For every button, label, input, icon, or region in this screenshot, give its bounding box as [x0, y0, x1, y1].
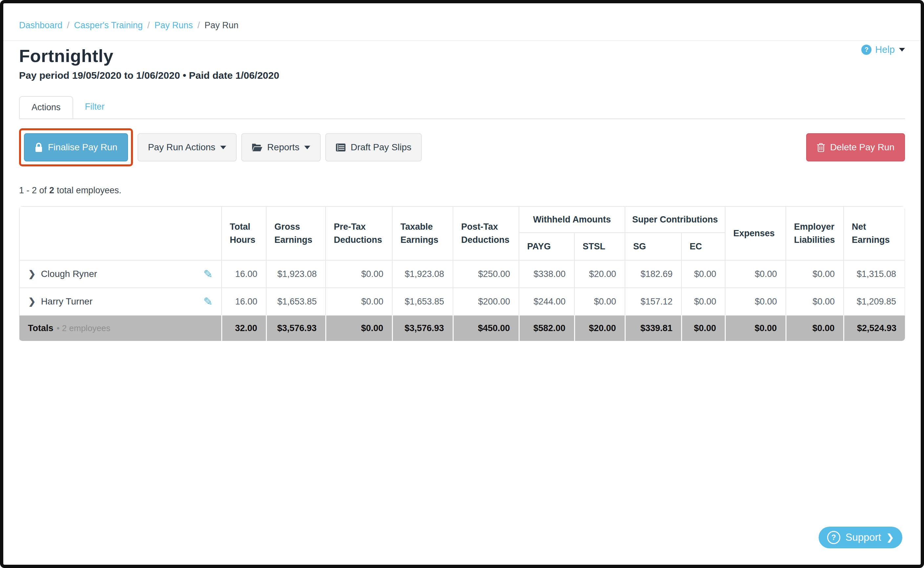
- total-post-tax-deductions: $450.00: [453, 315, 519, 341]
- column-header-sg: SG: [625, 233, 681, 260]
- cell-gross-earnings: $1,923.08: [266, 260, 326, 288]
- finalise-pay-run-label: Finalise Pay Run: [48, 142, 118, 153]
- edit-pencil-icon[interactable]: ✎: [204, 267, 213, 281]
- cell-taxable-earnings: $1,923.08: [392, 260, 453, 288]
- reports-label: Reports: [267, 142, 299, 153]
- reports-button[interactable]: Reports: [241, 133, 321, 162]
- total-stsl: $20.00: [575, 315, 625, 341]
- help-menu[interactable]: ? Help: [861, 44, 905, 55]
- totals-employee-count: • 2 employees: [57, 323, 110, 333]
- finalise-pay-run-button[interactable]: Finalise Pay Run: [24, 133, 128, 162]
- help-label: Help: [875, 44, 895, 55]
- tab-actions[interactable]: Actions: [19, 96, 73, 118]
- total-payg: $582.00: [519, 315, 575, 341]
- breadcrumb-dashboard[interactable]: Dashboard: [19, 20, 62, 30]
- cell-pre-tax-deductions: $0.00: [326, 288, 392, 315]
- delete-pay-run-button[interactable]: Delete Pay Run: [806, 133, 905, 162]
- table-row: ❯ Harry Turner ✎ 16.00 $1,653.85 $0.00 $…: [20, 288, 905, 315]
- table-row: ❯ Clough Ryner ✎ 16.00 $1,923.08 $0.00 $…: [20, 260, 905, 288]
- caret-down-icon: [304, 146, 310, 149]
- column-header-total-hours: Total Hours: [222, 206, 266, 260]
- totals-label-cell: Totals• 2 employees: [20, 315, 222, 341]
- cell-post-tax-deductions: $200.00: [453, 288, 519, 315]
- cell-taxable-earnings: $1,653.85: [392, 288, 453, 315]
- list-icon: [336, 144, 346, 152]
- pay-run-table: Total Hours Gross Earnings Pre-Tax Deduc…: [19, 206, 905, 341]
- column-header-ec: EC: [681, 233, 725, 260]
- support-button[interactable]: ? Support ❯: [819, 527, 902, 548]
- caret-down-icon: [899, 48, 905, 51]
- column-header-gross-earnings: Gross Earnings: [266, 206, 326, 260]
- cell-total-hours: 16.00: [222, 260, 266, 288]
- chevron-right-icon: ❯: [886, 532, 894, 543]
- employee-name-cell[interactable]: ❯ Clough Ryner ✎: [20, 260, 222, 288]
- cell-stsl: $0.00: [575, 288, 625, 315]
- cell-expenses: $0.00: [725, 260, 786, 288]
- employee-name-cell[interactable]: ❯ Harry Turner ✎: [20, 288, 222, 315]
- breadcrumb-pay-runs[interactable]: Pay Runs: [154, 20, 193, 30]
- draft-pay-slips-button[interactable]: Draft Pay Slips: [325, 133, 422, 162]
- expand-chevron-icon[interactable]: ❯: [28, 269, 36, 279]
- employee-name: Harry Turner: [41, 296, 92, 307]
- toolbar: Finalise Pay Run Pay Run Actions Reports: [19, 128, 905, 166]
- cell-ec: $0.00: [681, 260, 725, 288]
- breadcrumb: Dashboard / Casper's Training / Pay Runs…: [19, 20, 905, 30]
- cell-payg: $244.00: [519, 288, 575, 315]
- lock-icon: [35, 142, 43, 152]
- page-subtitle: Pay period 19/05/2020 to 1/06/2020 • Pai…: [19, 70, 279, 81]
- tab-bar: Actions Filter: [19, 96, 905, 119]
- draft-pay-slips-label: Draft Pay Slips: [351, 142, 411, 153]
- breadcrumb-separator: /: [67, 20, 70, 30]
- summary-count: 2: [49, 186, 54, 195]
- edit-pencil-icon[interactable]: ✎: [204, 295, 213, 308]
- total-net-earnings: $2,524.93: [844, 315, 905, 341]
- caret-down-icon: [220, 146, 226, 149]
- finalise-highlight-annotation: Finalise Pay Run: [19, 128, 133, 166]
- summary-range: 1 - 2 of: [19, 186, 47, 195]
- cell-total-hours: 16.00: [222, 288, 266, 315]
- breadcrumb-current: Pay Run: [204, 20, 239, 30]
- page-title: Fortnightly: [19, 45, 279, 66]
- totals-row: Totals• 2 employees 32.00 $3,576.93 $0.0…: [20, 315, 905, 341]
- pay-run-actions-label: Pay Run Actions: [148, 142, 215, 153]
- group-header-withheld-amounts: Withheld Amounts: [519, 206, 625, 233]
- employee-count-summary: 1 - 2 of2total employees.: [19, 186, 905, 196]
- cell-gross-earnings: $1,653.85: [266, 288, 326, 315]
- cell-net-earnings: $1,315.08: [844, 260, 905, 288]
- cell-net-earnings: $1,209.85: [844, 288, 905, 315]
- total-taxable-earnings: $3,576.93: [392, 315, 453, 341]
- total-sg: $339.81: [625, 315, 681, 341]
- column-header-taxable-earnings: Taxable Earnings: [392, 206, 453, 260]
- tab-filter[interactable]: Filter: [73, 96, 116, 118]
- app-window: Dashboard / Casper's Training / Pay Runs…: [0, 0, 924, 568]
- cell-employer-liabilities: $0.00: [786, 260, 844, 288]
- cell-post-tax-deductions: $250.00: [453, 260, 519, 288]
- cell-employer-liabilities: $0.00: [786, 288, 844, 315]
- column-header-stsl: STSL: [575, 233, 625, 260]
- column-header-net-earnings: Net Earnings: [844, 206, 905, 260]
- cell-sg: $157.12: [625, 288, 681, 315]
- column-header-employer-liabilities: Employer Liabilities: [786, 206, 844, 260]
- summary-suffix: total employees.: [57, 186, 121, 195]
- delete-pay-run-label: Delete Pay Run: [830, 142, 894, 153]
- breadcrumb-business[interactable]: Casper's Training: [74, 20, 143, 30]
- total-hours: 32.00: [222, 315, 266, 341]
- cell-stsl: $20.00: [575, 260, 625, 288]
- table-group-header-row: Total Hours Gross Earnings Pre-Tax Deduc…: [20, 206, 905, 233]
- total-employer-liabilities: $0.00: [786, 315, 844, 341]
- column-header-pre-tax-deductions: Pre-Tax Deductions: [326, 206, 392, 260]
- column-header-expenses: Expenses: [725, 206, 786, 260]
- cell-sg: $182.69: [625, 260, 681, 288]
- expand-chevron-icon[interactable]: ❯: [28, 296, 36, 307]
- pay-run-table-wrapper: Total Hours Gross Earnings Pre-Tax Deduc…: [19, 206, 905, 341]
- group-header-super-contributions: Super Contributions: [625, 206, 725, 233]
- cell-expenses: $0.00: [725, 288, 786, 315]
- total-expenses: $0.00: [725, 315, 786, 341]
- cell-payg: $338.00: [519, 260, 575, 288]
- cell-pre-tax-deductions: $0.00: [326, 260, 392, 288]
- pay-run-actions-button[interactable]: Pay Run Actions: [138, 133, 237, 162]
- trash-icon: [817, 142, 825, 152]
- total-ec: $0.00: [681, 315, 725, 341]
- totals-label: Totals: [28, 323, 53, 333]
- question-circle-icon: ?: [827, 531, 840, 544]
